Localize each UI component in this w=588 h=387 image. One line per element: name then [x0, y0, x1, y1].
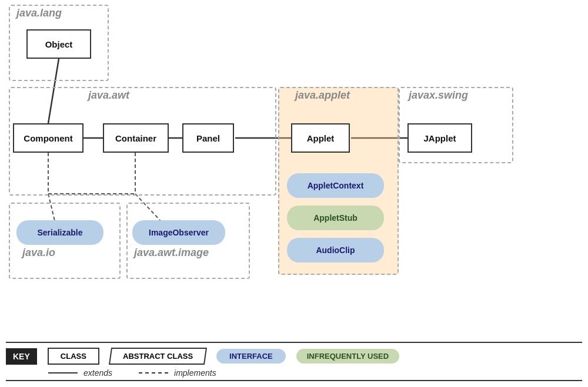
interface-audioclip: AudioClip [287, 238, 384, 263]
legend-infreq-pill: INFREQUENTLY USED [296, 349, 399, 364]
legend-extends: extends [48, 368, 112, 378]
class-applet: Applet [291, 123, 350, 153]
class-container: Container [103, 123, 169, 153]
legend-row-lines: extends implements [48, 368, 582, 378]
legend-interface-pill: INTERFACE [216, 349, 286, 364]
class-object: Object [26, 29, 91, 59]
class-japplet: JApplet [407, 123, 472, 153]
interface-appletstub: AppletStub [287, 206, 384, 230]
legend-class-item: CLASS [48, 348, 99, 365]
legend-divider-bottom [6, 380, 582, 381]
diagram-area: java.lang java.awt java.applet javax.swi… [0, 0, 588, 387]
pkg-java-applet-label: java.applet [295, 89, 350, 102]
legend-implements: implements [139, 368, 216, 378]
class-component: Component [13, 123, 83, 153]
legend-row-items: KEY CLASS ABSTRACT CLASS INTERFACE INFRE [6, 348, 582, 365]
pkg-javax-swing-label: javax.swing [409, 89, 468, 102]
legend-key-box: KEY [6, 348, 37, 365]
legend-class-box: CLASS [48, 348, 99, 365]
legend-divider-top [6, 342, 582, 344]
pkg-java-awt-image-label: java.awt.image [134, 247, 209, 259]
pkg-java-lang-label: java.lang [16, 7, 62, 19]
legend-abstract-item: ABSTRACT CLASS [110, 348, 206, 365]
legend-dashed-line [139, 372, 168, 373]
legend: KEY CLASS ABSTRACT CLASS INTERFACE INFRE [6, 342, 582, 382]
interface-appletcontext: AppletContext [287, 173, 384, 198]
interface-imageobserver: ImageObserver [132, 220, 225, 245]
pkg-java-awt-label: java.awt [88, 89, 129, 102]
legend-abstract-box: ABSTRACT CLASS [109, 348, 207, 365]
interface-serializable: Serializable [16, 220, 103, 245]
class-panel: Panel [182, 123, 234, 153]
legend-solid-line [48, 372, 78, 373]
pkg-java-io-label: java.io [22, 247, 55, 259]
